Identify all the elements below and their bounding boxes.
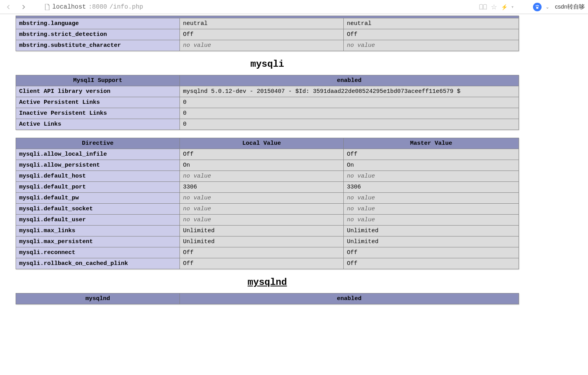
table-row: mysqli.rollback_on_cached_plinkOffOff bbox=[16, 258, 519, 269]
page-content: mbstring.languageneutralneutralmbstring.… bbox=[0, 14, 535, 375]
master-value-cell: Off bbox=[344, 29, 519, 40]
table-row: mbstring.substitute_characterno valueno … bbox=[16, 40, 519, 51]
table-row: mbstring.languageneutralneutral bbox=[16, 18, 519, 29]
svg-point-3 bbox=[536, 7, 538, 9]
support-key-cell: Inactive Persistent Links bbox=[16, 108, 180, 119]
directive-cell: mysqli.default_host bbox=[16, 171, 180, 182]
url-port: :8080 bbox=[88, 4, 107, 11]
local-value-cell: Off bbox=[180, 149, 344, 160]
local-value-cell: 3306 bbox=[180, 182, 344, 193]
table-row: mbstring.strict_detectionOffOff bbox=[16, 29, 519, 40]
directive-cell: mysqli.allow_persistent bbox=[16, 160, 180, 171]
table-row: mysqli.max_persistentUnlimitedUnlimited bbox=[16, 236, 519, 247]
support-key-cell: Active Persistent Links bbox=[16, 97, 180, 108]
lightning-icon[interactable]: ⚡ bbox=[501, 4, 508, 10]
master-value-cell: no value bbox=[344, 171, 519, 182]
svg-point-1 bbox=[537, 5, 538, 6]
table-row: Active Persistent Links0 bbox=[16, 97, 519, 108]
mysqlnd-th1: mysqlnd bbox=[16, 293, 180, 304]
support-value-cell: mysqlnd 5.0.12-dev - 20150407 - $Id: 359… bbox=[180, 86, 519, 97]
mysqlnd-heading[interactable]: mysqlnd bbox=[16, 277, 519, 288]
master-value-cell: Off bbox=[344, 149, 519, 160]
directive-cell: mysqli.default_socket bbox=[16, 204, 180, 215]
local-value-cell: Off bbox=[180, 258, 344, 269]
forward-button[interactable] bbox=[18, 2, 29, 12]
address-bar[interactable]: localhost:8080/info.php bbox=[44, 4, 143, 11]
local-value-cell: no value bbox=[180, 40, 344, 51]
table-row: mysqli.allow_local_infileOffOff bbox=[16, 149, 519, 160]
extension-label[interactable]: csdn转自哆 bbox=[555, 3, 585, 11]
directive-cell: mbstring.language bbox=[16, 18, 180, 29]
reader-icon[interactable] bbox=[479, 4, 487, 10]
paw-extension-icon[interactable] bbox=[533, 3, 542, 11]
master-value-cell: no value bbox=[344, 215, 519, 226]
master-value-cell: no value bbox=[344, 40, 519, 51]
table-row: Inactive Persistent Links0 bbox=[16, 108, 519, 119]
directive-cell: mysqli.allow_local_infile bbox=[16, 149, 180, 160]
directive-cell: mysqli.default_user bbox=[16, 215, 180, 226]
master-value-cell: On bbox=[344, 160, 519, 171]
master-value-cell: Unlimited bbox=[344, 226, 519, 236]
mysqlnd-th2: enabled bbox=[180, 293, 519, 304]
page-icon bbox=[44, 4, 50, 10]
directive-cell: mysqli.max_links bbox=[16, 226, 180, 236]
mysqli-support-th2: enabled bbox=[180, 75, 519, 86]
master-value-cell: Unlimited bbox=[344, 236, 519, 247]
master-value-cell: Off bbox=[344, 258, 519, 269]
directive-cell: mysqli.default_port bbox=[16, 182, 180, 193]
master-value-cell: 3306 bbox=[344, 182, 519, 193]
support-value-cell: 0 bbox=[180, 97, 519, 108]
local-value-cell: no value bbox=[180, 171, 344, 182]
directive-cell: mysqli.default_pw bbox=[16, 193, 180, 204]
table-row: mysqli.allow_persistentOnOn bbox=[16, 160, 519, 171]
directive-th: Directive bbox=[16, 138, 180, 149]
url-host: localhost bbox=[52, 4, 86, 11]
local-value-cell: no value bbox=[180, 204, 344, 215]
directive-cell: mysqli.rollback_on_cached_plink bbox=[16, 258, 180, 269]
master-value-cell: neutral bbox=[344, 18, 519, 29]
svg-point-2 bbox=[538, 5, 539, 6]
local-value-cell: Off bbox=[180, 247, 344, 258]
table-row: mysqli.max_linksUnlimitedUnlimited bbox=[16, 226, 519, 236]
table-row: mysqli.reconnectOffOff bbox=[16, 247, 519, 258]
local-value-cell: On bbox=[180, 160, 344, 171]
directive-cell: mbstring.strict_detection bbox=[16, 29, 180, 40]
support-value-cell: 0 bbox=[180, 119, 519, 130]
master-value-cell: no value bbox=[344, 193, 519, 204]
support-value-cell: 0 bbox=[180, 108, 519, 119]
mysqlnd-support-table: mysqlnd enabled bbox=[16, 293, 519, 304]
mysqli-heading: mysqli bbox=[16, 59, 519, 69]
table-row: Active Links0 bbox=[16, 119, 519, 130]
local-value-cell: no value bbox=[180, 193, 344, 204]
local-value-cell: Unlimited bbox=[180, 236, 344, 247]
directive-cell: mbstring.substitute_character bbox=[16, 40, 180, 51]
local-value-cell: no value bbox=[180, 215, 344, 226]
local-value-cell: Unlimited bbox=[180, 226, 344, 236]
star-icon[interactable]: ☆ bbox=[491, 3, 497, 11]
master-value-cell: no value bbox=[344, 204, 519, 215]
support-key-cell: Client API library version bbox=[16, 86, 180, 97]
table-row: Client API library versionmysqlnd 5.0.12… bbox=[16, 86, 519, 97]
table-row: mysqli.default_port33063306 bbox=[16, 182, 519, 193]
mbstring-table: mbstring.languageneutralneutralmbstring.… bbox=[16, 16, 519, 51]
master-value-cell: Off bbox=[344, 247, 519, 258]
local-value-cell: neutral bbox=[180, 18, 344, 29]
table-row: mysqli.default_userno valueno value bbox=[16, 215, 519, 226]
local-value-cell: Off bbox=[180, 29, 344, 40]
mysqli-support-table: MysqlI Support enabled Client API librar… bbox=[16, 75, 519, 130]
local-value-th: Local Value bbox=[180, 138, 344, 149]
url-path: /info.php bbox=[109, 4, 143, 11]
svg-point-0 bbox=[536, 5, 537, 6]
browser-toolbar: localhost:8080/info.php ☆ ⚡ ▾ ⌄ csdn转自哆 bbox=[0, 0, 588, 14]
back-button[interactable] bbox=[3, 2, 14, 12]
table-row: mysqli.default_hostno valueno value bbox=[16, 171, 519, 182]
table-row: mysqli.default_pwno valueno value bbox=[16, 193, 519, 204]
mysqli-support-th1: MysqlI Support bbox=[16, 75, 180, 86]
dropdown-icon[interactable]: ▾ bbox=[512, 5, 513, 9]
directive-cell: mysqli.reconnect bbox=[16, 247, 180, 258]
chevron-down-icon[interactable]: ⌄ bbox=[545, 4, 549, 10]
master-value-th: Master Value bbox=[344, 138, 519, 149]
mysqli-directives-table: Directive Local Value Master Value mysql… bbox=[16, 138, 519, 269]
support-key-cell: Active Links bbox=[16, 119, 180, 130]
table-row: mysqli.default_socketno valueno value bbox=[16, 204, 519, 215]
